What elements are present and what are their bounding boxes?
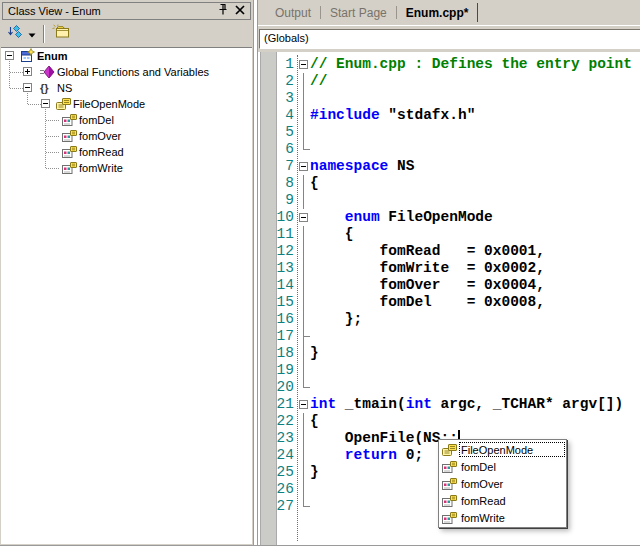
outlining-margin bbox=[294, 311, 310, 328]
code-line-9[interactable]: 9 bbox=[258, 192, 640, 209]
line-number: 15 bbox=[258, 294, 294, 311]
scope-dropdown-value: (Globals) bbox=[264, 32, 309, 44]
outlining-margin bbox=[294, 73, 310, 90]
line-number: 12 bbox=[258, 243, 294, 260]
completion-item-fomread[interactable]: fomRead bbox=[440, 492, 565, 509]
class-view-tree: EnumGlobal Functions and Variables{}NSFi… bbox=[1, 47, 252, 544]
code-text: { bbox=[310, 175, 319, 192]
enum-member-icon bbox=[61, 160, 77, 176]
completion-item-label: fomRead bbox=[459, 493, 565, 508]
code-text: fomWrite = 0x0002, bbox=[310, 260, 545, 277]
tree-item-global-functions-and-variables[interactable]: Global Functions and Variables bbox=[1, 64, 252, 80]
outlining-margin bbox=[294, 141, 310, 158]
line-number: 4 bbox=[258, 107, 294, 124]
outline-line bbox=[303, 260, 304, 277]
tree-item-label: FileOpenMode bbox=[73, 98, 145, 110]
code-line-6[interactable]: 6 bbox=[258, 141, 640, 158]
enum-member-icon bbox=[441, 459, 457, 475]
class-view-titlebar[interactable]: Class View - Enum bbox=[2, 2, 251, 20]
tab-start-page[interactable]: Start Page bbox=[321, 6, 396, 20]
code-line-2[interactable]: 2// bbox=[258, 73, 640, 90]
enum-member-icon bbox=[441, 510, 457, 526]
tree-item-fomover[interactable]: fomOver bbox=[1, 128, 252, 144]
line-number: 11 bbox=[258, 226, 294, 243]
new-folder-button[interactable] bbox=[50, 23, 72, 45]
scope-dropdown[interactable]: (Globals) bbox=[259, 29, 640, 49]
code-line-10[interactable]: 10 enum FileOpenMode bbox=[258, 209, 640, 226]
code-line-20[interactable]: 20 bbox=[258, 379, 640, 396]
tree-item-fomwrite[interactable]: fomWrite bbox=[1, 160, 252, 176]
tab-output[interactable]: Output bbox=[266, 6, 320, 20]
tree-item-fomdel[interactable]: fomDel bbox=[1, 112, 252, 128]
enum-member-icon bbox=[61, 112, 77, 128]
code-line-21[interactable]: 21int _tmain(int argc, _TCHAR* argv[]) bbox=[258, 396, 640, 413]
completion-item-label: fomOver bbox=[459, 476, 565, 491]
line-number: 9 bbox=[258, 192, 294, 209]
code-line-22[interactable]: 22{ bbox=[258, 413, 640, 430]
outlining-margin bbox=[294, 379, 310, 396]
line-number: 24 bbox=[258, 447, 294, 464]
toolbar-separator bbox=[43, 25, 45, 43]
completion-item-fomwrite[interactable]: fomWrite bbox=[440, 509, 565, 526]
code-line-15[interactable]: 15 fomDel = 0x0008, bbox=[258, 294, 640, 311]
code-line-17[interactable]: 17 bbox=[258, 328, 640, 345]
completion-item-label: fomWrite bbox=[459, 510, 565, 525]
code-line-5[interactable]: 5 bbox=[258, 124, 640, 141]
code-text: enum FileOpenMode bbox=[310, 209, 493, 226]
completion-item-fomover[interactable]: fomOver bbox=[440, 475, 565, 492]
tree-item-label: fomDel bbox=[79, 114, 114, 126]
code-line-13[interactable]: 13 fomWrite = 0x0002, bbox=[258, 260, 640, 277]
scope-combo-row: (Globals) bbox=[258, 25, 640, 52]
outlining-margin bbox=[294, 260, 310, 277]
collapse-toggle-fileopenmode[interactable] bbox=[41, 99, 50, 108]
outlining-margin bbox=[294, 226, 310, 243]
tree-item-enum[interactable]: Enum bbox=[1, 48, 252, 64]
code-editor[interactable]: 1// Enum.cpp : Defines the entry point2/… bbox=[258, 52, 640, 545]
sort-button[interactable] bbox=[4, 23, 26, 45]
code-text: fomRead = 0x0001, bbox=[310, 243, 545, 260]
new-folder-icon bbox=[52, 24, 70, 44]
close-button[interactable] bbox=[231, 4, 248, 18]
code-text: fomOver = 0x0004, bbox=[310, 277, 545, 294]
completion-item-label: FileOpenMode bbox=[459, 442, 565, 457]
tree-item-fomread[interactable]: fomRead bbox=[1, 144, 252, 160]
outlining-margin bbox=[294, 158, 310, 175]
code-line-14[interactable]: 14 fomOver = 0x0004, bbox=[258, 277, 640, 294]
completion-item-fomdel[interactable]: fomDel bbox=[440, 458, 565, 475]
code-line-7[interactable]: 7namespace NS bbox=[258, 158, 640, 175]
line-number: 13 bbox=[258, 260, 294, 277]
dropdown-arrow-icon bbox=[28, 25, 36, 43]
completion-item-fileopenmode[interactable]: FileOpenMode bbox=[440, 441, 565, 458]
outline-line bbox=[303, 430, 304, 447]
code-text: return 0; bbox=[310, 447, 423, 464]
code-line-1[interactable]: 1// Enum.cpp : Defines the entry point bbox=[258, 56, 640, 73]
code-line-19[interactable]: 19 bbox=[258, 362, 640, 379]
tab-enum-cpp[interactable]: Enum.cpp* bbox=[397, 6, 478, 20]
collapse-toggle-enum[interactable] bbox=[5, 51, 14, 60]
line-number: 20 bbox=[258, 379, 294, 396]
expand-toggle-global-functions-and-variables[interactable] bbox=[23, 67, 32, 76]
tree-item-ns[interactable]: {}NS bbox=[1, 80, 252, 96]
collapse-toggle-ns[interactable] bbox=[23, 83, 32, 92]
tree-item-label: Global Functions and Variables bbox=[57, 66, 209, 78]
code-line-12[interactable]: 12 fomRead = 0x0001, bbox=[258, 243, 640, 260]
tree-item-label: Enum bbox=[37, 50, 68, 62]
code-line-11[interactable]: 11 { bbox=[258, 226, 640, 243]
outlining-margin bbox=[294, 464, 310, 481]
code-line-18[interactable]: 18} bbox=[258, 345, 640, 362]
code-line-16[interactable]: 16 }; bbox=[258, 311, 640, 328]
sort-dropdown-button[interactable] bbox=[26, 23, 38, 45]
enum-member-icon bbox=[441, 476, 457, 492]
namespace-icon: {} bbox=[39, 80, 55, 96]
tree-item-fileopenmode[interactable]: FileOpenMode bbox=[1, 96, 252, 112]
code-line-8[interactable]: 8{ bbox=[258, 175, 640, 192]
code-line-3[interactable]: 3 bbox=[258, 90, 640, 107]
outlining-margin bbox=[294, 175, 310, 192]
collapse-box-icon[interactable] bbox=[299, 60, 308, 69]
collapse-box-icon[interactable] bbox=[299, 213, 308, 222]
code-line-4[interactable]: 4#include "stdafx.h" bbox=[258, 107, 640, 124]
pin-button[interactable] bbox=[214, 4, 231, 18]
outlining-margin bbox=[294, 413, 310, 430]
collapse-box-icon[interactable] bbox=[299, 400, 308, 409]
collapse-box-icon[interactable] bbox=[299, 162, 308, 171]
